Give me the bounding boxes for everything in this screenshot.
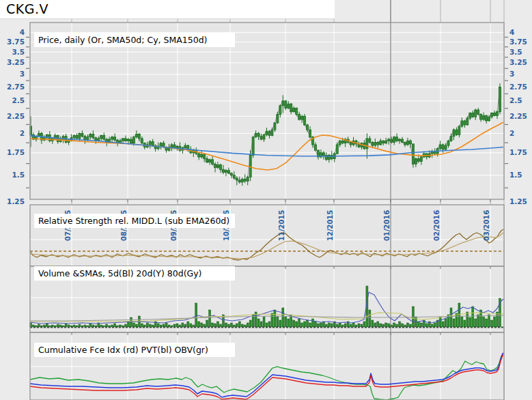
ticker-symbol: CKG.V bbox=[0, 0, 335, 18]
month-tick-label: 11/2015 bbox=[278, 210, 285, 241]
y-tick-label-right: 3.75 bbox=[509, 38, 527, 46]
month-tick-label: 03/2016 bbox=[483, 210, 490, 241]
y-tick-label-right: 4 bbox=[509, 28, 514, 36]
price-panel-label: Price, daily (Or, SMA50d; Cy, SMA150d) bbox=[34, 33, 235, 47]
y-tick-label-right: 2 bbox=[509, 129, 514, 137]
price-panel bbox=[30, 23, 504, 199]
title-bar: CKG.V bbox=[0, 0, 335, 19]
chart-window: 443.753.753.53.53.253.25332.752.752.52.5… bbox=[0, 0, 532, 400]
y-tick-label-left: 2.25 bbox=[7, 112, 25, 120]
y-tick-label-right: 2.75 bbox=[509, 83, 527, 91]
y-tick-label-right: 3.25 bbox=[509, 58, 527, 66]
y-tick-label-left: 3.75 bbox=[7, 38, 25, 46]
y-tick-label-left: 3.5 bbox=[12, 48, 25, 56]
y-tick-label-right: 2.5 bbox=[509, 96, 522, 104]
y-tick-label-right: 3.5 bbox=[509, 48, 522, 56]
volume-panel-label: Volume &SMAs, 5d(Bl) 20d(Y) 80d(Gy) bbox=[34, 266, 235, 281]
y-tick-label-right: 3 bbox=[509, 70, 514, 78]
y-tick-label-right: 1.75 bbox=[509, 148, 527, 156]
y-tick-label-right: 1.25 bbox=[509, 197, 527, 205]
y-tick-label-left: 4 bbox=[20, 28, 25, 36]
y-tick-label-left: 1.25 bbox=[7, 197, 25, 205]
relative-strength-panel-label: Relative Strength rel. MIDD.L (sub EMA26… bbox=[34, 214, 235, 228]
stock-chart-canvas: 443.753.753.53.53.253.25332.752.752.52.5… bbox=[0, 0, 532, 400]
y-tick-label-left: 2.75 bbox=[7, 83, 25, 91]
y-tick-label-right: 2.25 bbox=[509, 112, 527, 120]
month-tick-label: 02/2016 bbox=[433, 210, 440, 241]
y-tick-label-left: 1.75 bbox=[7, 148, 25, 156]
y-tick-label-left: 2.5 bbox=[12, 96, 25, 104]
month-tick-label: 12/2015 bbox=[326, 210, 334, 241]
y-tick-label-right: 1.5 bbox=[509, 171, 522, 179]
month-tick-label: 01/2016 bbox=[383, 210, 391, 241]
y-tick-label-left: 3 bbox=[20, 70, 25, 78]
y-tick-label-left: 2 bbox=[20, 129, 25, 137]
y-tick-label-left: 1.5 bbox=[12, 171, 25, 179]
y-tick-label-left: 3.25 bbox=[7, 58, 25, 66]
cumulative-force-index-panel-label: Cumulative Fce Idx (rd) PVT(bl) OBV(gr) bbox=[34, 343, 235, 357]
